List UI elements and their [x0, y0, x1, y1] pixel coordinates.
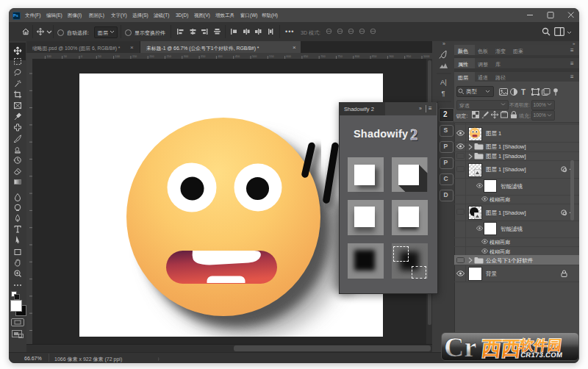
svg-text:200: 200	[149, 55, 154, 58]
svg-text:150: 150	[132, 55, 137, 58]
svg-text:450: 450	[235, 55, 240, 58]
svg-text:¶: ¶	[442, 89, 445, 97]
svg-text:700: 700	[320, 55, 325, 58]
svg-text:350: 350	[201, 55, 205, 58]
svg-text:300: 300	[184, 55, 188, 58]
svg-text:Cr: Cr	[444, 333, 476, 360]
svg-text:400: 400	[218, 55, 222, 58]
svg-text:T: T	[521, 88, 526, 96]
svg-text:1000: 1000	[423, 55, 429, 58]
svg-text:100: 100	[46, 55, 51, 58]
svg-text:600: 600	[287, 55, 291, 58]
svg-text:950: 950	[406, 55, 411, 58]
svg-text:»: »	[442, 41, 445, 46]
svg-text:500: 500	[252, 55, 257, 58]
svg-text:100: 100	[115, 55, 120, 58]
svg-text:550: 550	[269, 55, 273, 58]
svg-text:900: 900	[389, 55, 393, 58]
svg-text:50: 50	[98, 55, 101, 58]
svg-text:650: 650	[304, 55, 308, 58]
svg-text:0: 0	[81, 55, 82, 58]
svg-text:CR173.COM: CR173.COM	[520, 351, 563, 359]
svg-text:A|: A|	[440, 78, 447, 86]
svg-text:西西: 西西	[480, 337, 523, 359]
svg-text:2: 2	[410, 126, 417, 143]
svg-text:250: 250	[167, 55, 171, 58]
svg-text:50: 50	[64, 55, 67, 58]
svg-text:850: 850	[372, 55, 376, 58]
svg-text:750: 750	[338, 55, 343, 58]
svg-text:800: 800	[355, 55, 359, 58]
